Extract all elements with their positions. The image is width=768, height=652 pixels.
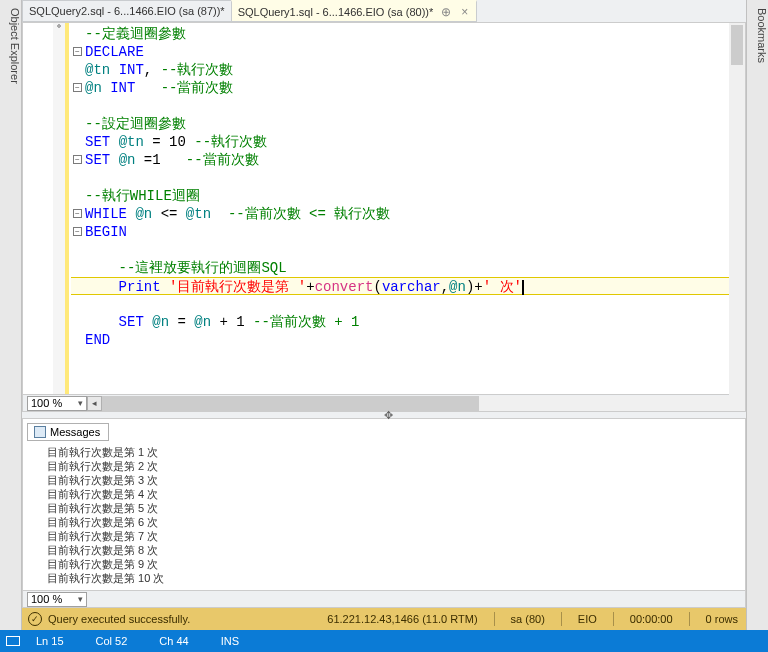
- document-tab-0[interactable]: SQLQuery2.sql - 6...1466.EIO (sa (87))*: [22, 0, 232, 22]
- status-text: Query executed successfully.: [48, 613, 190, 625]
- message-line: 目前執行次數是第 1 次: [47, 445, 741, 459]
- messages-zoom-value: 100 %: [31, 593, 62, 605]
- message-line: 目前執行次數是第 6 次: [47, 515, 741, 529]
- code-line[interactable]: [71, 241, 739, 259]
- message-line: 目前執行次數是第 9 次: [47, 557, 741, 571]
- chevron-down-icon: ▾: [78, 398, 83, 408]
- messages-tab-label: Messages: [50, 426, 100, 438]
- code-line[interactable]: SET @n = @n + 1 --當前次數 + 1: [71, 313, 739, 331]
- status-server: 61.221.12.43,1466 (11.0 RTM): [319, 613, 485, 625]
- statusbar-col: Col 52: [80, 635, 144, 647]
- status-elapsed: 00:00:00: [622, 613, 681, 625]
- code-line[interactable]: −BEGIN: [71, 223, 739, 241]
- query-status-bar: ✓ Query executed successfully. 61.221.12…: [22, 608, 746, 630]
- message-line: 目前執行次數是第 7 次: [47, 529, 741, 543]
- statusbar-insmode: INS: [205, 635, 255, 647]
- chevron-down-icon: ▾: [78, 594, 83, 604]
- code-line[interactable]: −WHILE @n <= @tn --當前次數 <= 執行次數: [71, 205, 739, 223]
- bookmarks-rail[interactable]: Bookmarks: [746, 0, 768, 630]
- ide-status-bar: Ln 15 Col 52 Ch 44 INS: [0, 630, 768, 652]
- status-rows: 0 rows: [698, 613, 746, 625]
- message-line: 目前執行次數是第 5 次: [47, 501, 741, 515]
- message-line: 目前執行次數是第 8 次: [47, 543, 741, 557]
- fold-toggle-icon[interactable]: −: [73, 47, 82, 56]
- messages-zoom-combo[interactable]: 100 % ▾: [27, 592, 87, 607]
- tab-label: SQLQuery2.sql - 6...1466.EIO (sa (87))*: [29, 5, 225, 17]
- window-layout-icon[interactable]: [6, 636, 20, 646]
- editor-zoom-combo[interactable]: 100 % ▾: [27, 396, 87, 411]
- statusbar-line: Ln 15: [20, 635, 80, 647]
- code-line[interactable]: --設定迴圈參數: [71, 115, 739, 133]
- editor-breakpoint-margin[interactable]: [23, 23, 69, 394]
- close-icon[interactable]: ×: [459, 5, 470, 19]
- tab-label: SQLQuery1.sql - 6...1466.EIO (sa (80))*: [238, 6, 434, 18]
- sql-editor: --定義迴圈參數−DECLARE@tn INT, --執行次數−@n INT -…: [22, 22, 746, 412]
- message-line: 目前執行次數是第 3 次: [47, 473, 741, 487]
- status-db: EIO: [570, 613, 605, 625]
- code-line[interactable]: [71, 295, 739, 313]
- code-line[interactable]: SET @tn = 10 --執行次數: [71, 133, 739, 151]
- code-line[interactable]: −DECLARE: [71, 43, 739, 61]
- message-line: 目前執行次數是第 4 次: [47, 487, 741, 501]
- fold-toggle-icon[interactable]: −: [73, 155, 82, 164]
- editor-zoom-value: 100 %: [31, 397, 62, 409]
- messages-tab[interactable]: Messages: [27, 423, 109, 441]
- code-line[interactable]: −SET @n =1 --當前次數: [71, 151, 739, 169]
- statusbar-ch: Ch 44: [143, 635, 204, 647]
- code-line[interactable]: @tn INT, --執行次數: [71, 61, 739, 79]
- status-success-icon: ✓: [28, 612, 42, 626]
- document-tab-1[interactable]: SQLQuery1.sql - 6...1466.EIO (sa (80))*⊕…: [231, 0, 478, 22]
- object-explorer-rail[interactable]: Object Explorer: [0, 0, 22, 630]
- horizontal-splitter[interactable]: [22, 412, 746, 418]
- code-line[interactable]: --定義迴圈參數: [71, 25, 739, 43]
- status-user: sa (80): [503, 613, 553, 625]
- code-line[interactable]: Print '目前執行次數是第 '+convert(varchar,@n)+' …: [71, 277, 739, 295]
- editor-vertical-scrollbar[interactable]: [729, 23, 745, 394]
- fold-toggle-icon[interactable]: −: [73, 209, 82, 218]
- fold-toggle-icon[interactable]: −: [73, 83, 82, 92]
- message-line: 目前執行次數是第 10 次: [47, 571, 741, 585]
- editor-horizontal-scrollbar[interactable]: [102, 396, 730, 411]
- fold-toggle-icon[interactable]: −: [73, 227, 82, 236]
- editor-body[interactable]: --定義迴圈參數−DECLARE@tn INT, --執行次數−@n INT -…: [23, 23, 745, 394]
- code-line[interactable]: --執行WHILE迴圈: [71, 187, 739, 205]
- messages-output[interactable]: 目前執行次數是第 1 次目前執行次數是第 2 次目前執行次數是第 3 次目前執行…: [23, 441, 745, 590]
- code-line[interactable]: [71, 169, 739, 187]
- code-line[interactable]: --這裡放要執行的迴圈SQL: [71, 259, 739, 277]
- pin-icon[interactable]: ⊕: [439, 5, 453, 19]
- message-line: 目前執行次數是第 2 次: [47, 459, 741, 473]
- code-line[interactable]: [71, 97, 739, 115]
- code-area[interactable]: --定義迴圈參數−DECLARE@tn INT, --執行次數−@n INT -…: [69, 23, 745, 394]
- results-panel: Messages 目前執行次數是第 1 次目前執行次數是第 2 次目前執行次數是…: [22, 418, 746, 608]
- code-line[interactable]: END: [71, 331, 739, 349]
- messages-icon: [34, 426, 46, 438]
- code-line[interactable]: −@n INT --當前次數: [71, 79, 739, 97]
- scroll-left-button[interactable]: ◂: [87, 396, 102, 411]
- document-tabs: SQLQuery2.sql - 6...1466.EIO (sa (87))*S…: [22, 0, 746, 22]
- messages-footer: 100 % ▾: [23, 590, 745, 607]
